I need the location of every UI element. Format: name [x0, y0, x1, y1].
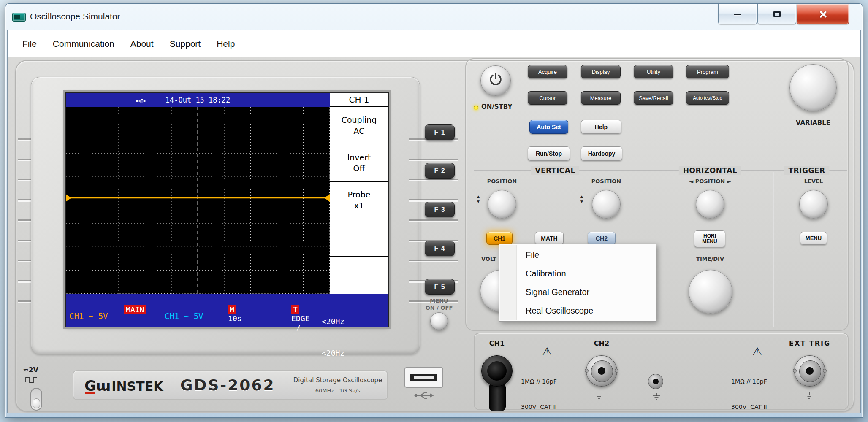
trigger-level-knob[interactable]	[799, 190, 828, 219]
acquire-button[interactable]: Acquire	[528, 65, 567, 78]
f2-button[interactable]: F 2	[425, 163, 455, 179]
cursor-button[interactable]: Cursor	[528, 91, 567, 105]
time-div-label: TIME/DIV	[696, 256, 724, 262]
lcd-header: 14-Out 15 18:22	[66, 93, 330, 107]
square-wave-icon	[25, 377, 37, 385]
softmenu-invert: Invert Off	[330, 144, 388, 182]
ch2-button[interactable]: CH2	[588, 232, 616, 245]
app-window: Oscilloscope Simulator File Communicatio…	[5, 3, 863, 418]
trigger-level-label: LEVEL	[804, 178, 823, 184]
gw-instek-logo: Gɯ INSTEK	[84, 377, 163, 394]
ground-symbol-icon	[594, 392, 604, 401]
app-icon	[12, 13, 26, 22]
close-icon	[819, 10, 827, 19]
vertical-position-knob-ch2[interactable]	[592, 190, 621, 219]
waveform-grid	[66, 107, 330, 294]
menu-item-communication[interactable]: Communication	[45, 35, 122, 52]
context-menu-item-calibration[interactable]: Calibration	[499, 264, 656, 283]
ch2-bnc-connector[interactable]	[586, 355, 617, 387]
program-button[interactable]: Program	[686, 65, 729, 78]
model-number: GDS-2062	[180, 376, 275, 394]
power-button[interactable]	[480, 65, 511, 96]
menubar: File Communication About Support Help	[8, 30, 860, 57]
minimize-button[interactable]	[718, 4, 757, 24]
model-specs: 60MHz 1G Sa/s	[290, 387, 386, 394]
bnc-lug	[793, 369, 797, 373]
context-menu-item-real-oscilloscope[interactable]: Real Oscilloscope	[499, 301, 656, 320]
front-panel: 14-Out 15 18:22 CH 1	[8, 57, 860, 413]
f4-button[interactable]: F 4	[425, 241, 455, 256]
lcd-timestamp: 14-Out 15 18:22	[66, 96, 330, 104]
power-led	[474, 106, 478, 110]
measure-button[interactable]: Measure	[581, 91, 621, 105]
ground-symbol-icon	[652, 393, 661, 402]
model-description: Digital Storage Oscilloscope	[290, 376, 386, 384]
f1-button[interactable]: F 1	[425, 124, 455, 140]
ext-trig-bnc-connector[interactable]	[794, 355, 825, 387]
utility-button[interactable]: Utility	[634, 65, 673, 78]
usb-port	[404, 367, 443, 388]
softmenu-column: Coupling AC Invert Off Probe x1	[330, 107, 388, 294]
time-div-knob[interactable]	[689, 270, 732, 314]
trigger-readout: T EDGE /	[236, 296, 309, 332]
hardcopy-button[interactable]: Hardcopy	[581, 146, 622, 161]
warning-icon: ⚠	[752, 345, 762, 358]
power-icon	[487, 71, 504, 90]
menu-onoff-label: MENU ON / OFF	[418, 297, 460, 311]
maximize-button[interactable]	[757, 4, 796, 24]
run-stop-button[interactable]: Run/Stop	[528, 146, 570, 161]
menu-onoff-button[interactable]	[430, 312, 448, 330]
lcd-status-bar: MAIN M 10s T EDGE / <20Hz <20Hz CH1 ~ 5V…	[66, 294, 388, 327]
volts-div-label: VOLT	[481, 256, 496, 262]
context-menu-item-file[interactable]: File	[499, 246, 656, 264]
menu-item-about[interactable]: About	[122, 35, 162, 52]
hori-menu-button[interactable]: HORI MENU	[694, 230, 725, 247]
position-arrows-ch2-icon: ▲▼	[580, 194, 584, 204]
softmenu-coupling: Coupling AC	[330, 107, 388, 144]
horizontal-section-title: HORIZONTAL	[679, 166, 741, 175]
calibration-switch[interactable]	[30, 388, 42, 411]
softmenu-probe: Probe x1	[330, 182, 388, 219]
display-button[interactable]: Display	[581, 65, 621, 78]
position-arrows-ch1-icon: ▲▼	[476, 194, 480, 204]
ch-input-rating: 1MΩ // 16pF 300V CAT II MAX. 300Vpk	[521, 360, 560, 413]
softmenu-title: CH 1	[330, 93, 388, 107]
horizontal-position-knob[interactable]	[696, 190, 724, 219]
ground-symbol-icon	[805, 392, 814, 401]
variable-knob[interactable]	[789, 64, 837, 111]
usb-slot	[410, 374, 437, 381]
save-recall-button[interactable]: Save/Recall	[634, 91, 673, 105]
trigger-section-title: TRIGGER	[784, 166, 829, 175]
power-label: ON/STBY	[481, 103, 512, 111]
close-button[interactable]	[797, 4, 849, 24]
help-button[interactable]: Help	[581, 120, 621, 134]
ch1-connector-label: CH1	[489, 339, 505, 347]
autoset-button[interactable]: Auto Set	[529, 120, 568, 134]
softmenu-empty-2	[330, 257, 388, 294]
menu-item-support[interactable]: Support	[162, 35, 209, 52]
trigger-menu-button[interactable]: MENU	[800, 232, 827, 245]
window-content: File Communication About Support Help	[7, 30, 861, 413]
f5-button[interactable]: F 5	[425, 279, 455, 295]
f3-button[interactable]: F 3	[425, 202, 455, 217]
bnc-lug	[615, 369, 618, 373]
vertical-position-label-ch2: POSITION	[591, 178, 621, 184]
math-button[interactable]: MATH	[535, 232, 564, 245]
bnc-lug	[823, 369, 827, 373]
menu-item-file[interactable]: File	[14, 35, 45, 52]
context-menu-item-signal-generator[interactable]: Signal Generator	[499, 283, 656, 301]
window-title: Oscilloscope Simulator	[30, 11, 120, 22]
vertical-section-title: VERTICAL	[531, 166, 579, 175]
ch1-button[interactable]: CH1	[486, 232, 513, 245]
ch2-connector-label: CH2	[594, 339, 609, 347]
ground-jack	[648, 374, 663, 389]
ch1-bnc-connector[interactable]	[481, 355, 513, 387]
vertical-position-knob-ch1[interactable]	[488, 190, 516, 219]
trigger-source-readout: CH1 ~ 5V	[165, 311, 203, 321]
autotest-stop-button[interactable]: Auto test/Stop	[686, 91, 729, 105]
ext-trig-connector-label: EXT TRIG	[789, 339, 830, 347]
trigger-frequency-readout: <20Hz <20Hz	[322, 295, 377, 358]
menu-item-help[interactable]: Help	[209, 35, 243, 52]
softmenu-empty-1	[330, 219, 388, 257]
horizontal-trigger-divider	[773, 172, 774, 327]
